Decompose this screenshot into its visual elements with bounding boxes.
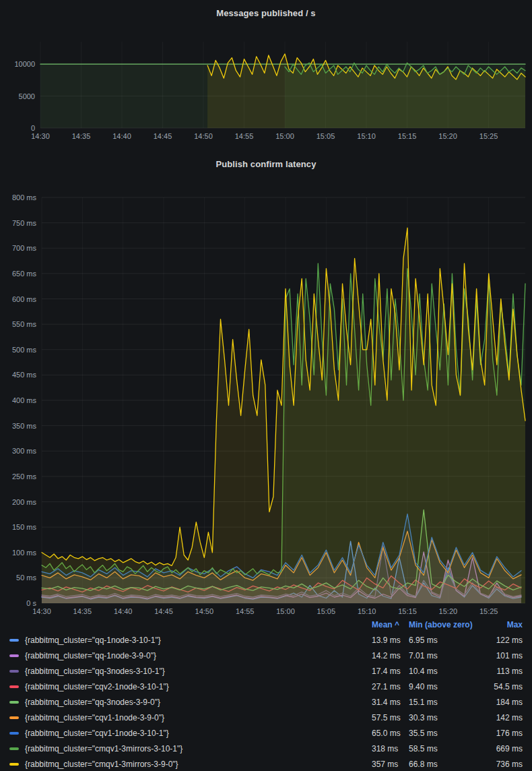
messages-published-chart[interactable]: 050001000014:3014:3514:4014:4514:5014:55… <box>0 27 532 142</box>
series-label[interactable]: {rabbitmq_cluster="cmqv1-3mirrors-3-10-1… <box>25 744 182 753</box>
series-min-value: 7.01 ms <box>409 651 492 660</box>
series-color-swatch[interactable] <box>9 747 19 750</box>
svg-text:15:15: 15:15 <box>398 607 417 615</box>
svg-text:350 ms: 350 ms <box>12 422 37 430</box>
legend-header-mean[interactable]: Mean ^ <box>372 620 409 629</box>
series-color-swatch[interactable] <box>9 716 19 719</box>
legend-row[interactable]: {rabbitmq_cluster="cmqv1-3mirrors-3-9-0"… <box>0 756 532 771</box>
series-max-value: 122 ms <box>492 636 523 645</box>
svg-text:5000: 5000 <box>19 92 35 100</box>
svg-text:300 ms: 300 ms <box>12 447 37 455</box>
series-label[interactable]: {rabbitmq_cluster="cqv1-1node-3-9-0"} <box>25 713 164 722</box>
series-color-swatch[interactable] <box>9 670 19 673</box>
svg-text:15:25: 15:25 <box>479 132 498 140</box>
series-color-swatch[interactable] <box>9 685 19 688</box>
legend-table: Mean ^ Min (above zero) Max {rabbitmq_cl… <box>0 617 532 771</box>
svg-text:14:40: 14:40 <box>112 132 131 140</box>
series-max-value: 142 ms <box>492 713 523 722</box>
svg-text:15:00: 15:00 <box>275 132 294 140</box>
series-max-value: 184 ms <box>492 698 523 707</box>
legend-row-label-col: {rabbitmq_cluster="cqv1-1node-3-9-0"} <box>9 713 372 722</box>
svg-text:14:55: 14:55 <box>235 132 254 140</box>
svg-text:650 ms: 650 ms <box>12 270 37 278</box>
series-color-swatch[interactable] <box>9 732 19 735</box>
series-mean-value: 318 ms <box>372 744 409 753</box>
panel-messages-published: Messages published / s 050001000014:3014… <box>0 0 532 142</box>
legend-row[interactable]: {rabbitmq_cluster="qq-1node-3-9-0"}14.2 … <box>0 648 532 663</box>
svg-text:100 ms: 100 ms <box>12 549 37 557</box>
svg-text:150 ms: 150 ms <box>12 523 37 531</box>
series-min-value: 9.40 ms <box>409 682 492 691</box>
series-max-value: 669 ms <box>492 744 523 753</box>
series-min-value: 15.1 ms <box>409 698 492 707</box>
series-max-value: 113 ms <box>492 667 523 676</box>
svg-text:14:45: 14:45 <box>154 607 173 615</box>
svg-text:15:25: 15:25 <box>479 607 498 615</box>
series-color-swatch[interactable] <box>9 654 19 657</box>
series-label[interactable]: {rabbitmq_cluster="cqv1-1node-3-10-1"} <box>25 729 169 738</box>
svg-text:700 ms: 700 ms <box>12 244 37 252</box>
series-label[interactable]: {rabbitmq_cluster="cqv2-1node-3-10-1"} <box>25 682 169 691</box>
legend-row[interactable]: {rabbitmq_cluster="cqv1-1node-3-10-1"}65… <box>0 725 532 741</box>
series-color-swatch[interactable] <box>9 701 19 704</box>
legend-row[interactable]: {rabbitmq_cluster="cqv2-1node-3-10-1"}27… <box>0 679 532 694</box>
series-label[interactable]: {rabbitmq_cluster="qq-3nodes-3-10-1"} <box>25 667 165 676</box>
svg-text:15:20: 15:20 <box>438 132 457 140</box>
series-min-value: 10.4 ms <box>409 667 492 676</box>
series-min-value: 66.8 ms <box>409 760 492 769</box>
svg-text:14:50: 14:50 <box>194 132 213 140</box>
svg-text:500 ms: 500 ms <box>12 346 37 354</box>
svg-text:250 ms: 250 ms <box>12 472 37 481</box>
legend-row[interactable]: {rabbitmq_cluster="qq-3nodes-3-10-1"}17.… <box>0 663 532 679</box>
legend-row[interactable]: {rabbitmq_cluster="qq-3nodes-3-9-0"}31.4… <box>0 694 532 710</box>
series-mean-value: 27.1 ms <box>372 682 409 691</box>
svg-text:14:30: 14:30 <box>31 132 50 140</box>
series-label[interactable]: {rabbitmq_cluster="qq-1node-3-9-0"} <box>25 651 156 660</box>
svg-text:14:35: 14:35 <box>73 607 92 615</box>
svg-text:200 ms: 200 ms <box>12 498 37 506</box>
series-color-swatch[interactable] <box>9 639 19 642</box>
svg-text:15:10: 15:10 <box>358 607 376 615</box>
publish-confirm-latency-chart[interactable]: 0 s50 ms100 ms150 ms200 ms250 ms300 ms35… <box>0 178 532 617</box>
series-mean-value: 357 ms <box>372 760 409 769</box>
svg-text:15:20: 15:20 <box>439 607 458 615</box>
series-label[interactable]: {rabbitmq_cluster="cmqv1-3mirrors-3-9-0"… <box>25 760 178 769</box>
legend-row-label-col: {rabbitmq_cluster="qq-3nodes-3-9-0"} <box>9 698 372 707</box>
series-mean-value: 31.4 ms <box>372 698 409 707</box>
legend-header-max[interactable]: Max <box>492 620 523 629</box>
svg-text:15:05: 15:05 <box>317 132 335 140</box>
panel-publish-confirm-latency: Publish confirm latency 0 s50 ms100 ms15… <box>0 142 532 771</box>
svg-text:0 s: 0 s <box>26 599 36 607</box>
series-min-value: 30.3 ms <box>409 713 492 722</box>
svg-text:15:05: 15:05 <box>317 607 336 615</box>
legend-row-label-col: {rabbitmq_cluster="qq-3nodes-3-10-1"} <box>9 667 372 676</box>
svg-text:14:55: 14:55 <box>236 607 255 615</box>
series-mean-value: 65.0 ms <box>372 729 409 738</box>
series-min-value: 58.5 ms <box>409 744 492 753</box>
legend-row[interactable]: {rabbitmq_cluster="cqv1-1node-3-9-0"}57.… <box>0 710 532 725</box>
series-min-value: 6.95 ms <box>409 636 492 645</box>
legend-row[interactable]: {rabbitmq_cluster="cmqv1-3mirrors-3-10-1… <box>0 741 532 756</box>
series-label[interactable]: {rabbitmq_cluster="qq-1node-3-10-1"} <box>25 636 161 645</box>
svg-text:800 ms: 800 ms <box>12 193 37 202</box>
series-max-value: 54.5 ms <box>492 682 523 691</box>
series-mean-value: 57.5 ms <box>372 713 409 722</box>
series-mean-value: 14.2 ms <box>372 651 409 660</box>
series-color-swatch[interactable] <box>9 763 19 766</box>
series-label[interactable]: {rabbitmq_cluster="qq-3nodes-3-9-0"} <box>25 698 160 707</box>
legend-row[interactable]: {rabbitmq_cluster="qq-1node-3-10-1"}13.9… <box>0 632 532 648</box>
svg-text:14:35: 14:35 <box>72 132 91 140</box>
series-mean-value: 17.4 ms <box>372 667 409 676</box>
legend-row-label-col: {rabbitmq_cluster="cmqv1-3mirrors-3-10-1… <box>9 744 372 753</box>
legend-header-min[interactable]: Min (above zero) <box>409 620 492 629</box>
legend-row-label-col: {rabbitmq_cluster="cqv1-1node-3-10-1"} <box>9 729 372 738</box>
svg-text:600 ms: 600 ms <box>12 295 37 303</box>
series-mean-value: 13.9 ms <box>372 636 409 645</box>
legend-row-label-col: {rabbitmq_cluster="cqv2-1node-3-10-1"} <box>9 682 372 691</box>
svg-text:10000: 10000 <box>14 60 35 68</box>
legend-row-label-col: {rabbitmq_cluster="qq-1node-3-10-1"} <box>9 636 372 645</box>
svg-text:15:15: 15:15 <box>398 132 417 140</box>
svg-text:50 ms: 50 ms <box>16 574 36 582</box>
dashboard: Messages published / s 050001000014:3014… <box>0 0 532 771</box>
panel-title-messages-published: Messages published / s <box>0 0 532 27</box>
